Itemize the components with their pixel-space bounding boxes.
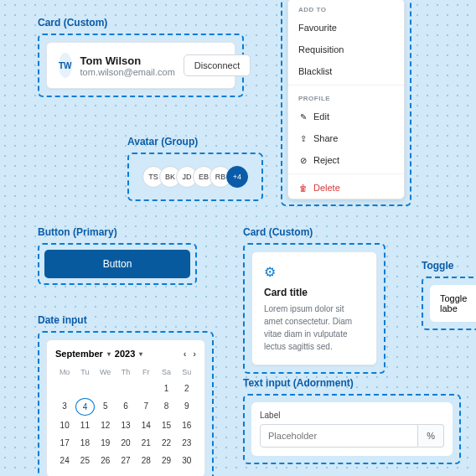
calendar-day[interactable]: 29 xyxy=(157,453,175,468)
chevron-down-icon[interactable]: ▾ xyxy=(107,350,111,358)
section-label: Card (Custom) xyxy=(38,17,244,28)
calendar-day[interactable]: 16 xyxy=(178,417,196,433)
user-card: TW Tom Wilson tom.wilson@email.com Disco… xyxy=(46,42,235,89)
disconnect-button[interactable]: Disconnect xyxy=(184,54,251,76)
calendar: September▾ 2023▾ ‹› MoTuWeThFrSaSu123456… xyxy=(46,339,205,476)
gear-icon: ⚙ xyxy=(264,264,365,280)
calendar-day[interactable]: 11 xyxy=(75,417,94,433)
day-of-week: Mo xyxy=(55,365,74,379)
day-of-week: We xyxy=(96,365,115,379)
calendar-day xyxy=(75,380,94,396)
day-of-week: Tu xyxy=(75,365,94,379)
section-label: Card (Custom) xyxy=(243,226,385,238)
calendar-month[interactable]: September xyxy=(55,349,103,359)
calendar-day[interactable]: 22 xyxy=(157,435,175,451)
calendar-day[interactable]: 21 xyxy=(137,435,155,451)
day-of-week: Fr xyxy=(137,365,155,379)
avatar: TW xyxy=(59,53,72,78)
section-label: Date input xyxy=(38,314,214,326)
menu-item-delete[interactable]: 🗑Delete xyxy=(288,177,404,199)
calendar-day[interactable]: 15 xyxy=(157,417,175,433)
calendar-day[interactable]: 20 xyxy=(116,435,135,451)
section-label: Button (Primary) xyxy=(38,226,197,238)
menu-item-blacklist[interactable]: Blacklist xyxy=(288,60,404,82)
section-label: Avatar (Group) xyxy=(127,136,263,147)
calendar-day xyxy=(55,380,74,396)
card-title: Card title xyxy=(264,287,365,298)
calendar-day[interactable]: 13 xyxy=(116,417,135,433)
section-label: Text input (Adornment) xyxy=(243,377,461,389)
calendar-day xyxy=(137,380,155,396)
menu-header: ADD TO xyxy=(288,0,404,17)
calendar-day[interactable]: 7 xyxy=(137,398,155,416)
calendar-day[interactable]: 17 xyxy=(55,435,74,451)
calendar-day[interactable]: 27 xyxy=(116,453,135,468)
calendar-day xyxy=(116,380,135,396)
calendar-day[interactable]: 18 xyxy=(75,435,94,451)
toggle[interactable]: Toggle labe xyxy=(430,285,476,322)
day-of-week: Th xyxy=(116,365,135,379)
user-name: Tom Wilson xyxy=(80,54,175,67)
menu-item-share[interactable]: ⇪Share xyxy=(288,127,404,149)
next-month[interactable]: › xyxy=(193,349,196,359)
chevron-down-icon[interactable]: ▾ xyxy=(139,350,142,358)
section-label: Toggle xyxy=(422,260,476,272)
dropdown-menu: ADD TO Favourite Requisition Blacklist P… xyxy=(287,0,405,199)
calendar-day[interactable]: 6 xyxy=(116,398,135,416)
user-email: tom.wilson@email.com xyxy=(80,67,175,77)
avatar-more[interactable]: +4 xyxy=(226,166,248,188)
input-label: Label xyxy=(260,411,444,420)
pencil-icon: ✎ xyxy=(298,112,308,122)
avatar-group: TS BK JD EB RB +4 xyxy=(136,161,255,193)
calendar-day[interactable]: 28 xyxy=(137,453,155,468)
calendar-day[interactable]: 10 xyxy=(55,417,74,433)
calendar-day[interactable]: 5 xyxy=(96,398,115,416)
input-adornment: % xyxy=(418,424,444,448)
calendar-day[interactable]: 2 xyxy=(178,380,196,396)
calendar-day[interactable]: 3 xyxy=(55,398,74,416)
calendar-day[interactable]: 9 xyxy=(178,398,196,416)
info-card: ⚙ Card title Lorem ipsum dolor sit amet … xyxy=(251,251,377,365)
primary-button[interactable]: Button xyxy=(44,250,190,278)
calendar-day[interactable]: 8 xyxy=(157,398,175,416)
calendar-day[interactable]: 19 xyxy=(96,435,115,451)
day-of-week: Su xyxy=(178,365,196,379)
calendar-day[interactable]: 26 xyxy=(96,453,115,468)
day-of-week: Sa xyxy=(157,365,175,379)
menu-header: PROFILE xyxy=(288,88,404,106)
calendar-day xyxy=(96,380,115,396)
calendar-day[interactable]: 25 xyxy=(75,453,94,468)
text-input[interactable] xyxy=(260,424,418,448)
card-body: Lorem ipsum dolor sit amet consectetur. … xyxy=(264,303,365,353)
calendar-day[interactable]: 14 xyxy=(137,417,155,433)
calendar-day[interactable]: 24 xyxy=(55,453,74,468)
prev-month[interactable]: ‹ xyxy=(184,349,187,359)
menu-item-edit[interactable]: ✎Edit xyxy=(288,106,404,127)
menu-item-reject[interactable]: ⊘Reject xyxy=(288,149,404,171)
menu-item-requisition[interactable]: Requisition xyxy=(288,39,404,60)
calendar-day[interactable]: 30 xyxy=(178,453,196,468)
trash-icon: 🗑 xyxy=(298,184,308,193)
calendar-day[interactable]: 4 xyxy=(75,398,94,416)
reject-icon: ⊘ xyxy=(298,156,308,165)
calendar-day[interactable]: 23 xyxy=(178,435,196,451)
calendar-year[interactable]: 2023 xyxy=(115,349,135,359)
calendar-day[interactable]: 12 xyxy=(96,417,115,433)
calendar-day[interactable]: 1 xyxy=(157,380,175,396)
menu-item-favourite[interactable]: Favourite xyxy=(288,17,404,39)
share-icon: ⇪ xyxy=(298,134,308,143)
